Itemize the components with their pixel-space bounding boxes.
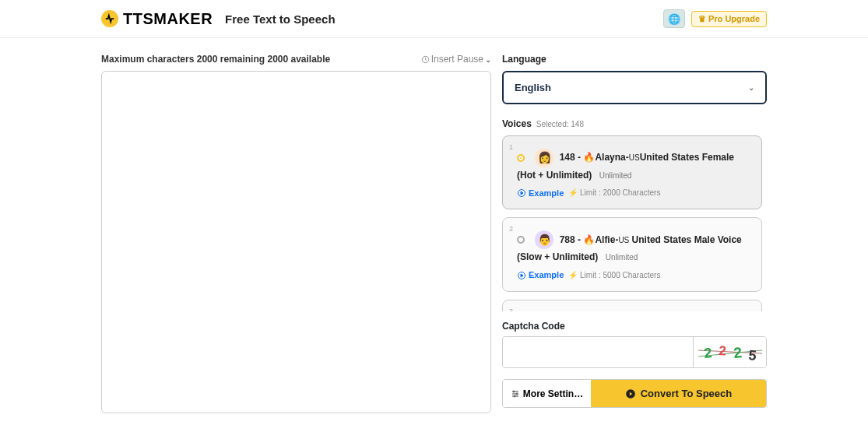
captcha-input[interactable] xyxy=(503,337,693,367)
chevron-down-icon: ⌄ xyxy=(485,55,491,64)
voices-label: Voices xyxy=(502,118,532,129)
header: TTSMAKER Free Text to Speech 🌐 ♛ Pro Upg… xyxy=(0,0,868,38)
voices-list[interactable]: 1 👩 148 - 🔥Alayna-USUnited States Female… xyxy=(502,135,767,311)
insert-pause-button[interactable]: Insert Pause ⌄ xyxy=(421,54,491,65)
svg-text:2: 2 xyxy=(718,343,726,359)
text-input[interactable] xyxy=(101,71,491,413)
char-limit-text: ⚡ Limit : 5000 Characters xyxy=(568,269,660,283)
avatar: 👨 xyxy=(535,230,553,249)
pro-label: Pro Upgrade xyxy=(708,14,760,23)
voices-selected-text: Selected: 148 xyxy=(536,120,584,128)
header-left: TTSMAKER Free Text to Speech xyxy=(101,10,336,28)
play-circle-icon xyxy=(625,388,636,399)
svg-text:2: 2 xyxy=(703,345,712,361)
translate-icon: 🌐 xyxy=(668,13,680,25)
captcha-svg: 2 2 2 5 xyxy=(697,339,764,366)
voice-index: 2 xyxy=(509,223,513,235)
language-switch-button[interactable]: 🌐 xyxy=(663,9,685,28)
char-limit-text: ⚡ Limit : 2000 Characters xyxy=(568,186,660,200)
logo-icon xyxy=(101,10,118,27)
language-label: Language xyxy=(502,54,767,65)
tagline: Free Text to Speech xyxy=(225,12,335,26)
language-value: English xyxy=(515,82,551,93)
text-editor-column: Maximum characters 2000 remaining 2000 a… xyxy=(101,54,491,416)
svg-point-10 xyxy=(516,393,518,395)
svg-point-9 xyxy=(513,391,515,392)
more-settings-button[interactable]: More Settin… xyxy=(503,380,591,407)
char-count-label: Maximum characters 2000 remaining 2000 a… xyxy=(101,54,330,65)
example-play-button[interactable]: Example xyxy=(517,186,564,202)
play-circle-icon xyxy=(517,188,526,198)
sliders-icon xyxy=(511,389,520,399)
unlimited-badge: Unlimited xyxy=(599,171,632,180)
example-play-button[interactable]: Example xyxy=(517,268,564,283)
voice-index: 3 xyxy=(509,305,513,311)
chevron-down-icon: ⌄ xyxy=(748,83,754,92)
voice-card[interactable]: 3 xyxy=(502,300,762,311)
convert-button[interactable]: Convert To Speech xyxy=(591,380,766,407)
char-count-row: Maximum characters 2000 remaining 2000 a… xyxy=(101,54,491,65)
radio-selected-icon[interactable] xyxy=(517,154,525,162)
clock-icon xyxy=(421,55,430,64)
pro-upgrade-button[interactable]: ♛ Pro Upgrade xyxy=(691,11,767,27)
voices-header: Voices Selected: 148 xyxy=(502,118,767,129)
language-select[interactable]: English ⌄ xyxy=(502,71,767,104)
logo[interactable]: TTSMAKER xyxy=(101,10,213,28)
svg-text:2: 2 xyxy=(733,344,742,361)
voice-index: 1 xyxy=(509,141,513,153)
captcha-row: 2 2 2 5 xyxy=(502,336,767,368)
captcha-image[interactable]: 2 2 2 5 xyxy=(693,337,766,367)
svg-text:5: 5 xyxy=(747,347,757,364)
unlimited-badge: Unlimited xyxy=(606,253,638,262)
svg-point-11 xyxy=(514,395,515,397)
avatar: 👩 xyxy=(535,149,553,167)
voice-card[interactable]: 2 👨 788 - 🔥Alfie-US United States Male V… xyxy=(502,217,762,291)
diamond-icon: ♛ xyxy=(698,14,706,24)
radio-unselected-icon[interactable] xyxy=(517,236,525,244)
play-circle-icon xyxy=(517,271,526,280)
brand-text: TTSMAKER xyxy=(123,10,213,28)
voice-card[interactable]: 1 👩 148 - 🔥Alayna-USUnited States Female… xyxy=(502,135,762,209)
settings-column: Language English ⌄ Voices Selected: 148 … xyxy=(502,54,767,416)
header-right: 🌐 ♛ Pro Upgrade xyxy=(663,9,767,28)
action-button-row: More Settin… Convert To Speech xyxy=(502,379,767,408)
main-container: Maximum characters 2000 remaining 2000 a… xyxy=(0,38,868,425)
captcha-label: Captcha Code xyxy=(502,321,767,332)
